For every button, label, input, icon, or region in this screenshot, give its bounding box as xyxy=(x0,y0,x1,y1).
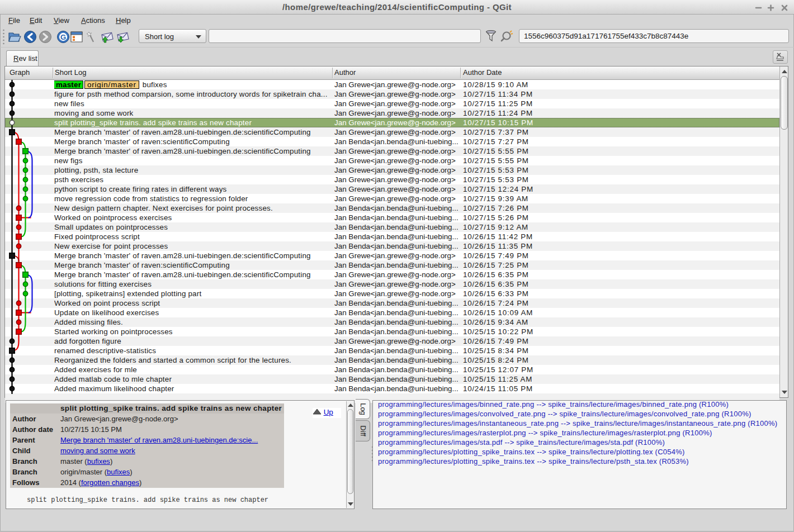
svg-text:G: G xyxy=(60,33,66,41)
